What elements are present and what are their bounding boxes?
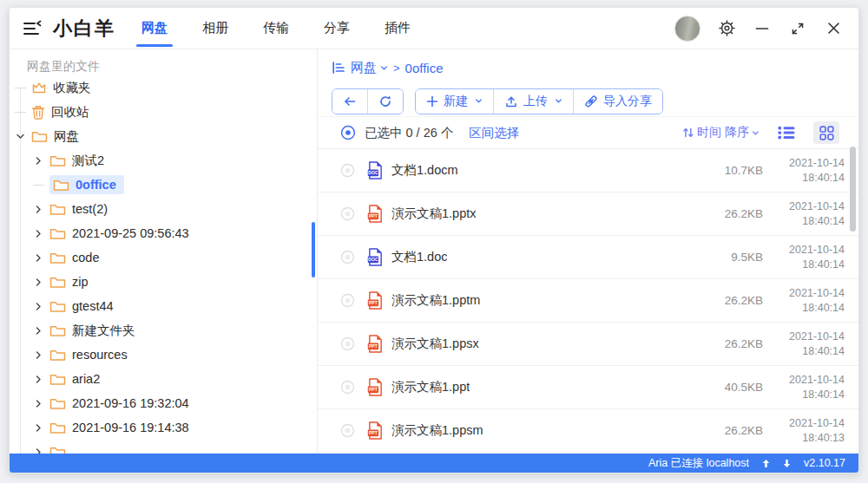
sort-control[interactable]: 时间 降序 <box>682 125 760 140</box>
sidebar-item-folder[interactable]: gtest44 <box>10 294 317 318</box>
gear-icon <box>719 20 735 36</box>
collapse-menu-icon <box>22 20 43 37</box>
chevron-down-icon <box>475 97 483 105</box>
chevron-right-icon[interactable] <box>30 447 46 454</box>
row-radio-icon[interactable] <box>340 250 355 264</box>
toolbar: 新建 上传 <box>318 86 858 116</box>
row-radio-icon[interactable] <box>340 423 355 438</box>
chevron-right-icon[interactable] <box>30 302 46 311</box>
import-share-label: 导入分享 <box>603 94 652 109</box>
range-select-link[interactable]: 区间选择 <box>469 125 519 141</box>
sidebar-item-folder[interactable]: 2021-09-16 19:14:38 <box>10 415 317 440</box>
grid-view-button[interactable] <box>813 121 839 144</box>
chevron-right-icon[interactable] <box>30 277 46 287</box>
back-button[interactable] <box>332 89 367 114</box>
breadcrumb: 网盘 > 0office <box>318 49 858 86</box>
selected-folder-highlight: 0office <box>49 175 124 194</box>
chevron-right-icon[interactable] <box>30 156 46 166</box>
file-row[interactable]: PPT 演示文稿1.ppsm 26.2KB 2021-10-14 18:40:1… <box>318 409 858 453</box>
chevron-right-icon[interactable] <box>30 326 46 336</box>
close-button[interactable] <box>824 19 843 38</box>
new-button[interactable]: 新建 <box>416 89 493 114</box>
row-radio-icon[interactable] <box>340 163 355 178</box>
select-all-radio-icon[interactable] <box>340 125 356 140</box>
file-row[interactable]: PPT 演示文稿1.pptm 26.2KB 2021-10-14 18:40:1… <box>318 279 858 323</box>
file-row[interactable]: PPT 演示文稿1.pptx 26.2KB 2021-10-14 18:40:1… <box>318 193 858 236</box>
list-view-button[interactable] <box>773 121 799 144</box>
file-name: 演示文稿1.ppt <box>391 379 470 395</box>
list-view-icon <box>778 126 795 140</box>
sidebar: 网盘里的文件 收藏夹 <box>10 49 318 454</box>
tab-plugins[interactable]: 插件 <box>379 8 416 49</box>
sort-label: 时间 降序 <box>697 125 749 140</box>
file-row[interactable]: DOC 文档1.doc 9.5KB 2021-10-14 18:40:14 <box>318 236 858 279</box>
chevron-down-icon <box>555 97 562 105</box>
settings-button[interactable] <box>717 19 736 38</box>
folder-icon <box>49 154 66 167</box>
tab-share[interactable]: 分享 <box>319 8 355 49</box>
avatar[interactable] <box>674 16 700 42</box>
breadcrumb-current[interactable]: 0office <box>405 61 444 75</box>
chevron-right-icon[interactable] <box>30 350 46 360</box>
file-size: 26.2KB <box>709 294 763 307</box>
row-radio-icon[interactable] <box>340 336 355 351</box>
chevron-right-icon[interactable] <box>30 253 46 263</box>
sidebar-item-folder-partial[interactable] <box>10 440 317 454</box>
sidebar-item-label: gtest44 <box>72 299 114 313</box>
sidebar-item-favorites[interactable]: 收藏夹 <box>10 75 317 100</box>
sidebar-item-folder[interactable]: 2021-09-25 09:56:43 <box>10 221 317 245</box>
main-scrollbar-thumb[interactable] <box>850 147 856 232</box>
sidebar-scrollbar-thumb[interactable] <box>312 222 315 277</box>
folder-icon <box>49 324 66 337</box>
sidebar-item-folder-selected[interactable]: 0office <box>10 173 317 197</box>
sidebar-item-folder[interactable]: 测试2 <box>10 148 317 173</box>
import-share-button[interactable]: 导入分享 <box>573 89 662 114</box>
sidebar-item-folder[interactable]: 2021-09-16 19:32:04 <box>10 391 317 415</box>
sidebar-item-folder[interactable]: 新建文件夹 <box>10 318 317 343</box>
tab-transfer[interactable]: 传输 <box>258 8 294 49</box>
chevron-right-icon[interactable] <box>30 205 46 214</box>
sidebar-item-folder[interactable]: code <box>10 245 317 270</box>
ppt-file-icon: PPT <box>367 205 384 223</box>
chevron-right-icon[interactable] <box>30 399 46 408</box>
chevron-right-icon[interactable] <box>30 229 46 238</box>
file-row[interactable]: PPT 演示文稿1.ppsx 26.2KB 2021-10-14 18:40:1… <box>318 323 858 366</box>
sort-arrows-icon <box>682 127 694 139</box>
folder-icon <box>49 421 66 434</box>
file-type-badge: DOC <box>368 257 378 262</box>
file-time: 18:40:14 <box>775 344 845 358</box>
download-speed-icon <box>783 459 791 468</box>
collapse-menu-button[interactable] <box>20 18 44 39</box>
file-name: 演示文稿1.pptx <box>391 206 477 222</box>
chevron-down-icon[interactable] <box>12 132 28 141</box>
sidebar-item-folder[interactable]: test(2) <box>10 197 317 221</box>
chevron-right-icon[interactable] <box>30 423 46 433</box>
breadcrumb-root[interactable]: 网盘 <box>351 60 388 76</box>
sidebar-item-netdisk-root[interactable]: 网盘 <box>10 124 317 148</box>
sidebar-item-label: 0office <box>76 178 116 192</box>
chevron-right-icon[interactable] <box>30 375 46 384</box>
file-date: 2021-10-14 <box>775 373 845 387</box>
sidebar-item-folder[interactable]: resources <box>10 343 317 367</box>
main-tabs: 网盘 相册 传输 分享 插件 <box>136 8 416 49</box>
file-type-badge: PPT <box>369 213 378 219</box>
sidebar-item-folder[interactable]: zip <box>10 270 317 294</box>
sidebar-item-folder[interactable]: aria2 <box>10 367 317 391</box>
folder-icon <box>49 397 66 410</box>
upload-button[interactable]: 上传 <box>493 89 573 114</box>
folder-icon <box>31 130 48 143</box>
file-time: 18:40:14 <box>775 301 845 315</box>
maximize-button[interactable] <box>788 19 807 38</box>
file-datetime: 2021-10-14 18:40:14 <box>775 199 845 228</box>
file-row[interactable]: DOC 文档1.docm 10.7KB 2021-10-14 18:40:14 <box>318 149 858 193</box>
row-radio-icon[interactable] <box>340 293 355 308</box>
tab-netdisk[interactable]: 网盘 <box>136 8 173 49</box>
tab-album[interactable]: 相册 <box>197 8 233 49</box>
minimize-button[interactable] <box>753 19 772 38</box>
refresh-button[interactable] <box>367 89 403 114</box>
row-radio-icon[interactable] <box>340 380 355 395</box>
file-row[interactable]: PPT 演示文稿1.ppt 40.5KB 2021-10-14 18:40:14 <box>318 366 858 409</box>
sidebar-item-recycle-bin[interactable]: 回收站 <box>10 100 317 124</box>
row-radio-icon[interactable] <box>340 206 355 221</box>
folder-tree: 收藏夹 回收站 <box>10 75 317 454</box>
